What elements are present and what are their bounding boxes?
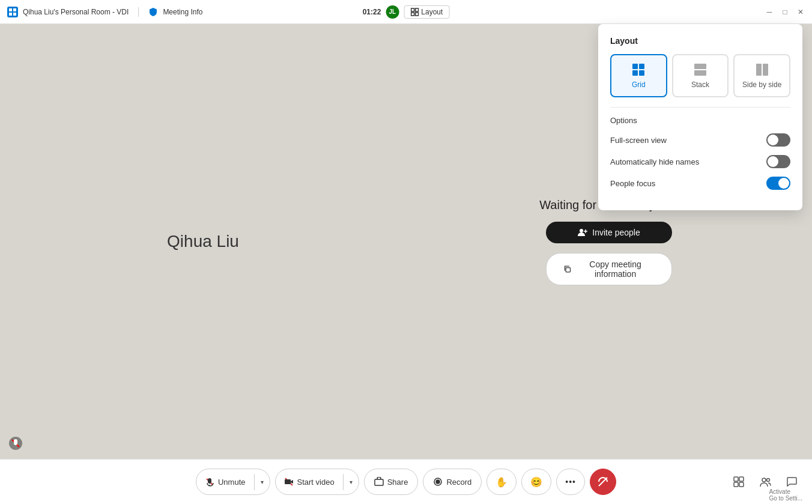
svg-rect-0 — [9, 8, 12, 11]
start-video-label: Start video — [297, 478, 335, 487]
main-content: Qihua Liu Waiting for others to join... … — [0, 24, 812, 459]
copy-meeting-info-button[interactable]: Copy meeting information — [546, 253, 672, 285]
grid-label: Grid — [632, 80, 646, 89]
reactions-button[interactable]: 😊 — [521, 469, 551, 495]
people-focus-label: People focus — [610, 179, 655, 188]
layout-option-stack[interactable]: Stack — [672, 54, 729, 97]
reactions-icon: 😊 — [530, 476, 542, 488]
layout-divider — [610, 107, 790, 108]
maximize-button[interactable]: □ — [781, 8, 789, 16]
raise-hand-button[interactable]: ✋ — [486, 469, 517, 495]
people-focus-toggle[interactable] — [766, 177, 790, 190]
svg-rect-20 — [756, 64, 762, 76]
activate-windows-text: Activate Go to Setti... — [769, 488, 802, 502]
unmute-arrow-button[interactable]: ▾ — [254, 474, 270, 490]
svg-rect-30 — [734, 477, 738, 481]
svg-rect-33 — [739, 482, 744, 487]
people-focus-option-row: People focus — [610, 177, 790, 190]
titlebar-controls: ─ □ ✕ — [765, 8, 805, 16]
hide-names-toggle-knob — [768, 156, 778, 167]
layout-option-grid[interactable]: Grid — [610, 54, 667, 97]
svg-rect-31 — [739, 477, 744, 481]
svg-rect-2 — [9, 13, 12, 16]
app-icon — [7, 7, 18, 17]
hide-names-option-row: Automatically hide names — [610, 155, 790, 168]
layout-btn-label: Layout — [421, 8, 443, 16]
local-video-panel: Qihua Liu — [0, 24, 406, 459]
people-focus-toggle-knob — [778, 178, 789, 189]
unmute-label: Unmute — [218, 478, 246, 487]
record-button[interactable]: Record — [423, 469, 482, 495]
svg-rect-19 — [694, 70, 706, 76]
more-options-icon: ••• — [565, 477, 576, 487]
time-display: 01:22 — [363, 8, 381, 16]
meeting-info-title: Meeting Info — [163, 8, 202, 16]
svg-rect-13 — [566, 267, 570, 272]
svg-point-28 — [436, 480, 440, 484]
unmute-split-button: Unmute ▾ — [196, 469, 270, 495]
mute-indicator — [7, 435, 24, 452]
share-label: Share — [387, 478, 408, 487]
svg-rect-1 — [13, 8, 16, 11]
local-user-name: Qihua Liu — [167, 232, 239, 251]
svg-rect-25 — [285, 479, 291, 484]
layout-popup-title: Layout — [610, 36, 790, 46]
svg-rect-5 — [415, 8, 418, 11]
start-video-button[interactable]: Start video — [276, 472, 343, 491]
svg-rect-4 — [411, 8, 414, 11]
share-button[interactable]: Share — [364, 469, 419, 495]
options-title: Options — [610, 116, 790, 125]
svg-rect-21 — [763, 64, 768, 76]
fullscreen-toggle-knob — [768, 135, 778, 145]
svg-point-10 — [580, 229, 583, 232]
invite-people-button[interactable]: Invite people — [546, 222, 672, 243]
copy-meeting-info-label: Copy meeting information — [576, 260, 655, 279]
raise-hand-icon: ✋ — [495, 476, 507, 488]
svg-rect-32 — [734, 482, 738, 487]
more-options-button[interactable]: ••• — [556, 469, 585, 495]
svg-rect-18 — [694, 64, 706, 69]
grid-view-icon[interactable] — [728, 471, 750, 493]
record-label: Record — [446, 478, 471, 487]
svg-rect-17 — [639, 70, 644, 76]
shield-icon — [148, 7, 158, 17]
grid-icon — [631, 62, 646, 77]
layout-popup: Layout Grid Stack — [598, 24, 802, 210]
svg-rect-6 — [411, 13, 414, 16]
side-by-side-icon — [755, 62, 769, 77]
unmute-button[interactable]: Unmute — [196, 472, 254, 491]
invite-people-label: Invite people — [592, 228, 640, 237]
layout-option-sbs[interactable]: Side by side — [733, 54, 790, 97]
svg-rect-26 — [375, 479, 383, 485]
fullscreen-label: Full-screen view — [610, 136, 667, 145]
titlebar-center: 01:22 JL Layout — [363, 5, 450, 19]
start-video-arrow-button[interactable]: ▾ — [343, 474, 359, 490]
title-divider — [138, 7, 139, 17]
end-call-icon — [597, 476, 609, 488]
minimize-button[interactable]: ─ — [765, 8, 774, 16]
svg-rect-15 — [639, 64, 644, 69]
user-avatar: JL — [386, 5, 399, 19]
hide-names-toggle[interactable] — [766, 155, 790, 168]
hide-names-label: Automatically hide names — [610, 157, 699, 166]
svg-point-34 — [762, 478, 766, 482]
fullscreen-option-row: Full-screen view — [610, 133, 790, 147]
stack-icon — [693, 62, 707, 77]
sbs-label: Side by side — [742, 80, 781, 89]
layout-options: Grid Stack Side by side — [610, 54, 790, 97]
start-video-split-button: Start video ▾ — [275, 469, 359, 495]
stack-label: Stack — [691, 80, 709, 89]
fullscreen-toggle[interactable] — [766, 133, 790, 147]
end-call-button[interactable] — [590, 469, 616, 495]
svg-rect-3 — [13, 13, 16, 16]
close-button[interactable]: ✕ — [796, 8, 805, 16]
titlebar: Qihua Liu's Personal Room - VDI Meeting … — [0, 0, 812, 24]
svg-rect-14 — [632, 64, 638, 69]
toolbar: Unmute ▾ Start video ▾ Share Record — [0, 459, 812, 504]
svg-rect-7 — [415, 13, 418, 16]
layout-button[interactable]: Layout — [404, 5, 449, 19]
app-title: Qihua Liu's Personal Room - VDI — [23, 8, 129, 16]
svg-rect-16 — [632, 70, 638, 76]
svg-point-35 — [767, 479, 770, 482]
